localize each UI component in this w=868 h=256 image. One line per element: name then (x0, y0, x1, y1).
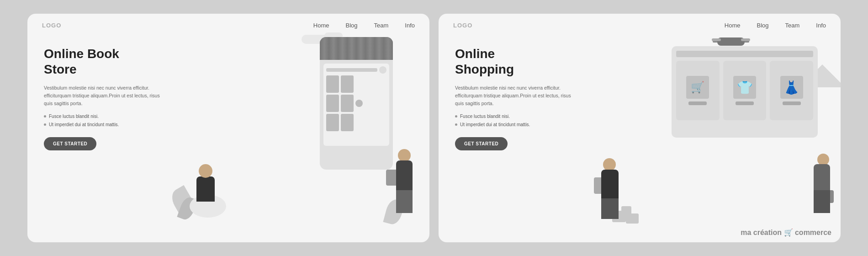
screen-item-shirt: 👕 (723, 61, 767, 120)
store-row-2 (326, 75, 386, 93)
person-sitting (187, 165, 228, 220)
illustration-bookstore (174, 28, 429, 229)
card-bookstore: LOGO Home Blog Team Info Online BookStor… (27, 14, 429, 242)
nav-info-2[interactable]: Info (816, 22, 826, 29)
shopper-left (598, 158, 635, 227)
watermark-text1: ma création (741, 229, 782, 236)
standing-body (396, 160, 413, 192)
nav-team-1[interactable]: Team (374, 22, 389, 29)
check-icon (355, 100, 363, 107)
watermark: ma création 🛒 commerce (741, 228, 831, 237)
store-row-4 (326, 114, 386, 131)
bullet-2-bookstore: Ut imperdiet dui at tincidunt mattis. (44, 122, 163, 127)
nav-bookstore: LOGO Home Blog Team Info (27, 14, 429, 37)
nav-shopping: LOGO Home Blog Team Info (439, 14, 841, 37)
nav-info-1[interactable]: Info (405, 22, 415, 29)
cta-shopping[interactable]: GET STARTED (455, 137, 508, 150)
bullet-dot-2 (44, 123, 46, 126)
nav-links-shopping: Home Blog Team Info (725, 22, 826, 29)
item-price-3 (783, 101, 801, 105)
screen-item-cart: 🛒 (676, 61, 720, 120)
shopping-screen: 🛒 👕 👗 (672, 46, 818, 138)
logo-bookstore: LOGO (42, 22, 61, 29)
shopper-left-body (601, 170, 619, 199)
nav-links-bookstore: Home Blog Team Info (313, 22, 415, 29)
cart-item-img: 🛒 (686, 76, 709, 99)
shirt-icon: 👕 (737, 80, 753, 95)
bullet-1-bookstore: Fusce luctus blandit nisi. (44, 114, 163, 119)
watermark-text2: commerce (795, 229, 831, 236)
bullet-dot-1 (44, 115, 46, 117)
screen-bar-1 (676, 51, 813, 57)
item-price-2 (736, 101, 754, 105)
nav-blog-1[interactable]: Blog (345, 22, 357, 29)
nav-blog-2[interactable]: Blog (757, 22, 768, 29)
shopper-left-legs (601, 198, 619, 219)
item-price-1 (688, 101, 707, 105)
store-bar-1 (326, 68, 377, 72)
bullet-2-shopping: Ut imperdiet dui at tincidunt mattis. (455, 122, 574, 127)
bullet-1-shopping: Fusce luctus blandit nisi. (455, 114, 574, 119)
bullets-shopping: Fusce luctus blandit nisi. Ut imperdiet … (455, 114, 574, 127)
drone-body (717, 37, 745, 46)
nav-home-2[interactable]: Home (725, 22, 741, 29)
logo-shopping: LOGO (453, 22, 472, 29)
book-thumb-3 (326, 95, 339, 112)
standing-legs (396, 190, 413, 213)
store-row-1 (326, 66, 386, 74)
heart-icon (379, 66, 386, 74)
bullet-dot-s1 (455, 115, 457, 117)
desc-bookstore: Vestibulum molestie nisi nec nunc viverr… (44, 84, 163, 107)
standing-head (398, 149, 411, 162)
left-text-shopping: OnlineShopping Vestibulum molestie nisi … (455, 46, 574, 150)
book-thumb-1 (326, 75, 339, 93)
bullet-dot-s2 (455, 123, 457, 126)
dress-item-img: 👗 (780, 76, 803, 99)
content-bookstore: Online BookStore Vestibulum molestie nis… (27, 37, 429, 242)
store-row-3 (326, 95, 386, 112)
store-building (320, 37, 393, 170)
store-screen (323, 64, 389, 146)
main-title-bookstore: Online BookStore (44, 46, 163, 77)
left-text-bookstore: Online BookStore Vestibulum molestie nis… (44, 46, 163, 150)
illustration-shopping: 🛒 👕 👗 (585, 32, 841, 234)
nav-home-1[interactable]: Home (313, 22, 329, 29)
cta-bookstore[interactable]: GET STARTED (44, 137, 96, 150)
watermark-icon: 🛒 (784, 229, 793, 236)
person-head-sit (199, 164, 212, 178)
person-body-sit (196, 176, 215, 202)
propeller-left (712, 38, 721, 41)
book-thumb-2 (341, 75, 354, 93)
card-shopping: LOGO Home Blog Team Info OnlineShopping … (439, 14, 841, 242)
book-thumb-4 (341, 95, 354, 112)
person-standing (388, 149, 420, 222)
bullets-bookstore: Fusce luctus blandit nisi. Ut imperdiet … (44, 114, 163, 127)
store-roof (320, 37, 393, 60)
screen-item-dress: 👗 (770, 61, 813, 120)
nav-team-2[interactable]: Team (785, 22, 800, 29)
propeller-right (741, 38, 750, 41)
dress-icon: 👗 (783, 80, 799, 95)
shopper-left-head (603, 158, 616, 171)
screen-items: 🛒 👕 👗 (676, 61, 813, 120)
content-shopping: OnlineShopping Vestibulum molestie nisi … (439, 37, 841, 242)
book-thumb-5 (326, 114, 339, 131)
shirt-item-img: 👕 (733, 76, 756, 99)
main-title-shopping: OnlineShopping (455, 46, 574, 77)
book-thumb-6 (341, 114, 354, 131)
desc-shopping: Vestibulum molestie nisi nec nunc viverr… (455, 84, 574, 107)
cart-icon: 🛒 (691, 81, 704, 94)
shopper-right-legs (814, 190, 830, 213)
shopper-right-body (814, 164, 830, 192)
shopper-right (797, 154, 834, 227)
